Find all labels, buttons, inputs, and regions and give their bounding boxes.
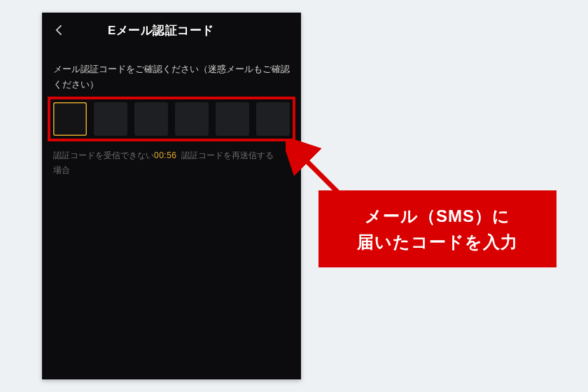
cannot-receive-link[interactable]: 認証コードを受信できない [53, 150, 154, 160]
code-input-cell[interactable] [256, 102, 290, 136]
code-input-cell[interactable] [216, 102, 249, 136]
code-input-cell[interactable] [175, 102, 209, 136]
callout-line-2: 届いたコードを入力 [331, 229, 544, 255]
code-input-cell[interactable] [53, 102, 87, 136]
help-row: 認証コードを受信できない00:56認証コードを再送信する 場合 [53, 148, 290, 177]
svg-line-1 [301, 155, 340, 195]
page-title: Eメール認証コード [108, 22, 214, 38]
code-input-group [53, 102, 290, 136]
countdown-timer: 00:56 [154, 150, 177, 160]
arrow-left-icon [52, 23, 66, 37]
instruction-text: メール認証コードをご確認ください（迷惑メールもご確認ください） [53, 62, 290, 92]
back-button[interactable] [52, 22, 67, 38]
resend-code-link[interactable]: 認証コードを再送信する [181, 150, 274, 160]
code-input-cell[interactable] [134, 102, 168, 136]
code-input-cell[interactable] [94, 102, 127, 136]
annotation-callout: メール（SMS）に 届いたコードを入力 [318, 190, 556, 267]
app-bar: Eメール認証コード [42, 13, 301, 48]
cannot-receive-suffix: 場合 [53, 165, 70, 175]
callout-line-1: メール（SMS）に [331, 203, 544, 229]
content-area: メール認証コードをご確認ください（迷惑メールもご確認ください） 認証コードを受信… [42, 48, 301, 177]
phone-screen: Eメール認証コード メール認証コードをご確認ください（迷惑メールもご確認ください… [42, 13, 301, 379]
